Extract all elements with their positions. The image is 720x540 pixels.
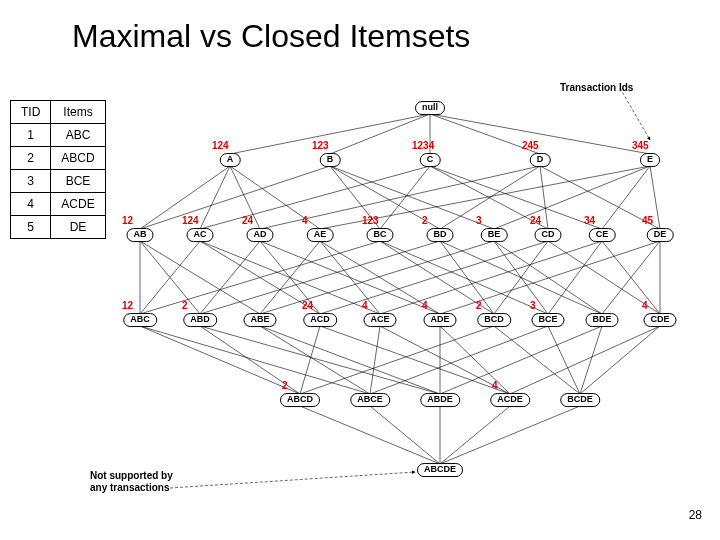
- lattice-node: ABCE: [350, 393, 390, 407]
- lattice-node: C: [420, 153, 441, 167]
- transaction-id-badge: 2: [422, 215, 428, 226]
- transaction-id-badge: 4: [642, 300, 648, 311]
- svg-line-79: [440, 406, 580, 464]
- lattice-node: ABCDE: [417, 463, 463, 477]
- lattice-edges-svg: [0, 0, 720, 540]
- svg-line-16: [430, 166, 602, 229]
- lattice-node: ACDE: [490, 393, 530, 407]
- transaction-id-badge: 123: [362, 215, 379, 226]
- transaction-id-badge: 124: [212, 140, 229, 151]
- svg-line-6: [200, 166, 230, 229]
- lattice-node: E: [640, 153, 660, 167]
- lattice-node: B: [320, 153, 341, 167]
- lattice-node: AE: [307, 228, 334, 242]
- transaction-id-badge: 45: [642, 215, 653, 226]
- svg-line-31: [200, 241, 260, 314]
- transaction-id-badge: 24: [530, 215, 541, 226]
- svg-line-12: [330, 166, 494, 229]
- lattice-node: BCE: [531, 313, 564, 327]
- lattice-node: BE: [481, 228, 508, 242]
- lattice-node: ACD: [303, 313, 337, 327]
- transaction-id-badge: 2: [476, 300, 482, 311]
- lattice-node: AB: [127, 228, 154, 242]
- lattice-node: BC: [367, 228, 394, 242]
- svg-line-27: [140, 241, 260, 314]
- transaction-id-badge: 3: [476, 215, 482, 226]
- lattice-node: CD: [535, 228, 562, 242]
- svg-line-62: [320, 326, 510, 394]
- svg-line-40: [200, 241, 440, 314]
- svg-line-46: [320, 241, 548, 314]
- lattice-node: DE: [647, 228, 674, 242]
- transaction-id-badge: 24: [242, 215, 253, 226]
- lattice-node: null: [415, 101, 445, 115]
- transaction-id-badge: 3: [530, 300, 536, 311]
- svg-line-43: [260, 241, 494, 314]
- lattice-node: AD: [247, 228, 274, 242]
- svg-line-58: [200, 326, 440, 394]
- svg-line-76: [370, 406, 440, 464]
- svg-line-49: [380, 241, 602, 314]
- lattice-node: ACE: [363, 313, 396, 327]
- lattice-node: BD: [427, 228, 454, 242]
- svg-line-74: [580, 326, 660, 394]
- svg-line-78: [440, 406, 510, 464]
- transaction-id-badge: 4: [302, 215, 308, 226]
- transaction-id-badge: 124: [182, 215, 199, 226]
- lattice-node: A: [220, 153, 241, 167]
- transaction-id-badge: 123: [312, 140, 329, 151]
- transaction-id-badge: 24: [302, 300, 313, 311]
- transaction-id-badge: 245: [522, 140, 539, 151]
- svg-line-80: [620, 88, 650, 140]
- svg-line-41: [440, 241, 494, 314]
- svg-line-56: [140, 326, 370, 394]
- svg-line-73: [510, 326, 660, 394]
- svg-line-50: [548, 241, 602, 314]
- svg-line-75: [300, 406, 440, 464]
- svg-line-61: [300, 326, 320, 394]
- lattice-node: CDE: [643, 313, 676, 327]
- svg-line-63: [370, 326, 380, 394]
- lattice-node: ABD: [183, 313, 217, 327]
- svg-line-4: [430, 114, 650, 154]
- transaction-id-badge: 4: [422, 300, 428, 311]
- lattice-node: ABC: [123, 313, 157, 327]
- transaction-id-badge: 4: [362, 300, 368, 311]
- lattice-node: AC: [187, 228, 214, 242]
- lattice-node: ADE: [423, 313, 456, 327]
- svg-line-52: [440, 241, 660, 314]
- lattice-node: ABDE: [420, 393, 460, 407]
- svg-line-35: [320, 241, 380, 314]
- transaction-id-badge: 12: [122, 300, 133, 311]
- svg-line-72: [580, 326, 602, 394]
- transaction-id-badge: 12: [122, 215, 133, 226]
- svg-line-19: [540, 166, 548, 229]
- transaction-id-badge: 2: [282, 380, 288, 391]
- svg-line-37: [140, 241, 380, 314]
- svg-line-68: [494, 326, 580, 394]
- lattice-node: CE: [589, 228, 616, 242]
- svg-line-70: [548, 326, 580, 394]
- transaction-id-badge: 1234: [412, 140, 434, 151]
- svg-line-64: [380, 326, 510, 394]
- svg-line-81: [170, 472, 415, 488]
- lattice-node: BDE: [585, 313, 618, 327]
- lattice-node: D: [530, 153, 551, 167]
- transaction-id-badge: 34: [584, 215, 595, 226]
- transaction-id-badge: 4: [492, 380, 498, 391]
- lattice-node: ABCD: [280, 393, 320, 407]
- transaction-id-badge: 2: [182, 300, 188, 311]
- transaction-id-badge: 345: [632, 140, 649, 151]
- lattice-node: BCDE: [560, 393, 600, 407]
- svg-line-22: [494, 166, 650, 229]
- svg-line-66: [440, 326, 510, 394]
- svg-line-45: [494, 241, 602, 314]
- svg-line-0: [230, 114, 430, 154]
- lattice-node: BCD: [477, 313, 511, 327]
- lattice-node: ABE: [243, 313, 276, 327]
